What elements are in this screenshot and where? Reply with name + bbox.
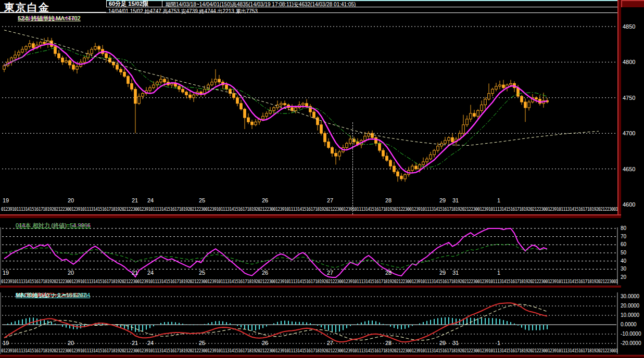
macd-histogram-bar <box>226 322 227 325</box>
macd-histogram-bar <box>536 325 537 330</box>
day-label-1: 1 <box>497 197 500 203</box>
day-label-25: 25 <box>199 197 205 203</box>
macd-histogram-bar <box>295 322 296 325</box>
macd-histogram-bar <box>266 325 267 326</box>
macd-histogram-bar <box>168 322 169 325</box>
day-label-27: 27 <box>327 270 333 276</box>
candle-down <box>182 89 184 92</box>
macd-histogram-bar <box>51 322 52 325</box>
candle-down <box>69 61 71 65</box>
candle-down <box>131 83 133 89</box>
macd-histogram-bar <box>368 321 369 325</box>
macd-histogram-bar <box>401 325 402 329</box>
macd-histogram-bar <box>441 317 442 325</box>
candle-up <box>466 119 469 125</box>
macd-histogram-bar <box>241 325 242 327</box>
candle-up <box>422 162 425 164</box>
price-chart[interactable] <box>0 21 617 214</box>
y-tick-0.0000: 0.0000 <box>621 322 644 327</box>
candle-down <box>389 160 392 166</box>
macd-histogram-bar <box>186 324 187 325</box>
candle-down <box>98 46 100 49</box>
y-tick-4800: 4800 <box>623 59 643 65</box>
candle-up <box>214 79 217 82</box>
day-label-26: 26 <box>262 270 268 276</box>
macd-histogram-bar <box>474 318 475 325</box>
macd-histogram-bar <box>477 318 478 325</box>
macd-histogram-bar <box>306 322 307 325</box>
candle-down <box>32 44 35 48</box>
macd-histogram-bar <box>397 325 398 329</box>
macd-histogram-bar <box>66 325 67 328</box>
macd-histogram-bar <box>379 323 380 325</box>
macd-histogram-bar <box>18 320 19 325</box>
macd-histogram-bar <box>437 318 438 325</box>
macd-histogram-bar <box>22 319 23 325</box>
candle-up <box>29 44 31 46</box>
y-tick-80: 80 <box>621 225 636 231</box>
macd-histogram-bar <box>244 325 245 329</box>
candle-down <box>116 65 119 69</box>
macd-histogram-bar <box>270 325 271 325</box>
day-label-26: 26 <box>262 197 268 203</box>
y-tick-30: 30 <box>621 266 636 272</box>
macd-histogram-bar <box>230 323 231 325</box>
macd-histogram-bar <box>456 318 457 325</box>
day-label-29: 29 <box>439 197 446 203</box>
candle-down <box>109 58 111 62</box>
candle-up <box>153 85 155 87</box>
candle-up <box>430 155 432 159</box>
day-label-27: 27 <box>327 197 333 203</box>
candle-up <box>276 105 279 107</box>
candle-down <box>43 42 46 44</box>
macd-histogram-bar <box>157 325 158 325</box>
macd-histogram-bar <box>343 325 344 330</box>
rsi-chart[interactable] <box>0 227 621 286</box>
candle-up <box>280 104 283 105</box>
candle-up <box>477 110 479 116</box>
macd-histogram-bar <box>190 325 191 325</box>
macd-histogram-bar <box>200 325 201 325</box>
macd-histogram-bar <box>193 325 194 325</box>
candle-up <box>262 116 264 119</box>
candle-down <box>375 137 377 143</box>
macd-histogram-bar <box>146 325 147 330</box>
candle-up <box>83 58 86 62</box>
macd-histogram-bar <box>426 321 427 325</box>
day-label-1: 1 <box>497 340 500 346</box>
overlay-MA6 <box>4 44 547 173</box>
candle-up <box>193 95 195 97</box>
candle-down <box>244 109 246 118</box>
candle-down <box>378 143 381 150</box>
candle-down <box>105 54 108 58</box>
day-label-27: 27 <box>327 340 333 346</box>
macd-histogram-bar <box>208 323 209 325</box>
candle-down <box>524 102 527 108</box>
macd-histogram-bar <box>47 321 48 325</box>
macd-histogram-bar <box>313 324 314 325</box>
candle-down <box>291 108 294 110</box>
candle-down <box>225 85 228 89</box>
y-tick-4700: 4700 <box>623 130 643 136</box>
candle-down <box>236 98 239 104</box>
candle-down <box>120 69 122 72</box>
candle-up <box>404 175 407 179</box>
timeframe-contract-box: 60分足 15/02限 <box>106 0 162 7</box>
candle-up <box>65 61 68 62</box>
macd-chart[interactable] <box>0 292 621 355</box>
macd-histogram-bar <box>386 325 387 325</box>
candle-down <box>185 92 188 95</box>
macd-histogram-bar <box>160 323 161 325</box>
candle-up <box>3 66 6 69</box>
price-panel-bottom-border <box>0 214 621 218</box>
day-label-21: 21 <box>132 340 138 346</box>
macd-histogram-bar <box>532 325 533 330</box>
macd-histogram-bar <box>346 325 347 328</box>
candle-up <box>528 102 531 108</box>
macd-histogram-bar <box>281 321 282 325</box>
macd-histogram-bar <box>375 321 376 325</box>
macd-histogram-bar <box>394 325 395 328</box>
y-tick-30.0000: 30.0000 <box>621 293 644 299</box>
candle-up <box>488 94 490 99</box>
day-label-19: 19 <box>3 197 9 203</box>
